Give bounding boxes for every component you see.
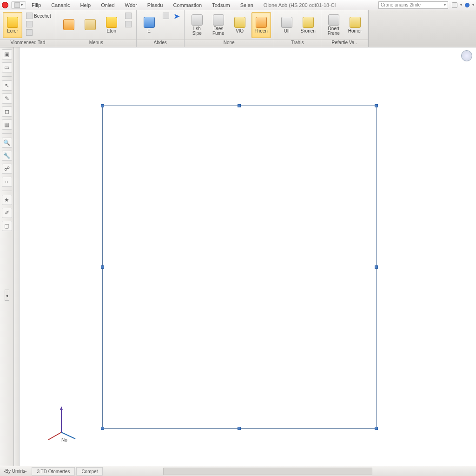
wrench-icon[interactable]: 🔧 — [2, 151, 12, 161]
chevron-down-icon[interactable]: ▾ — [21, 3, 23, 7]
ribbon-panel-title: Abdes — [137, 40, 184, 47]
menu-item-2[interactable]: Help — [76, 1, 96, 9]
menu-item-4[interactable]: Wdor — [120, 1, 142, 9]
resize-handle-w[interactable] — [101, 265, 104, 269]
resize-handle-nw[interactable] — [101, 104, 104, 107]
ribbon-button-label: Eton — [106, 29, 116, 33]
workspace: ▣▭↖✎◻▦🔍🔧☍↔★✐▢◂ No — [0, 47, 476, 466]
chart-icon[interactable]: ▣ — [2, 49, 12, 60]
app-icon[interactable] — [2, 2, 8, 8]
ribbon-button-icon — [234, 17, 245, 28]
ribbon-button-5-0[interactable]: DnertFrene — [324, 12, 344, 38]
ribbon-button-icon — [303, 17, 314, 28]
search-placeholder: Crane anains 2lmle — [381, 2, 421, 7]
ribbon-button-1-0[interactable] — [59, 12, 79, 38]
ribbon-button-label: VlO — [236, 29, 244, 33]
chevron-down-icon[interactable]: ▾ — [472, 3, 474, 7]
measure-icon[interactable]: ↔ — [2, 177, 12, 187]
search-icon[interactable]: 🔍 — [2, 138, 12, 148]
ribbon-small-button-0-0[interactable]: Beechet — [24, 12, 53, 20]
resize-handle-se[interactable] — [375, 427, 378, 430]
resize-handle-s[interactable] — [238, 427, 241, 430]
chevron-down-icon[interactable]: ▾ — [460, 3, 462, 7]
svg-line-1 — [48, 432, 61, 440]
status-tab-1[interactable]: Compet — [76, 467, 103, 476]
quick-access-toolbar[interactable]: ▾ — [11, 1, 26, 9]
menu-bar: ▾ Filip Cananic Help Onled Wdor Plasdu C… — [0, 0, 476, 10]
menu-item-0[interactable]: Filip — [27, 1, 46, 9]
ribbon-button-4-0[interactable]: Ull — [277, 12, 297, 38]
ribbon-button-5-1[interactable]: Homer — [345, 12, 365, 38]
box-icon[interactable]: ◻ — [2, 106, 12, 117]
options-icon[interactable] — [452, 2, 457, 8]
qat-save-icon[interactable] — [14, 2, 20, 8]
highlight-icon[interactable]: ★ — [2, 195, 12, 205]
small-button-icon — [125, 21, 132, 27]
resize-handle-e[interactable] — [375, 265, 378, 269]
axis-triad[interactable]: No — [43, 403, 80, 441]
search-input[interactable]: Crane anains 2lmle ▾ — [378, 1, 448, 9]
ribbon-button-icon — [256, 17, 267, 28]
ribbon-button-1-2[interactable]: Eton — [102, 12, 121, 38]
menu-item-1[interactable]: Cananic — [46, 1, 74, 9]
small-button-icon — [26, 13, 33, 19]
ribbon-button-label: DnertFrene — [328, 26, 340, 36]
ribbon-panel-2: E➤Abdes — [137, 10, 185, 47]
add-box-icon[interactable]: ▦ — [2, 119, 12, 130]
ribbon-button-icon — [85, 19, 96, 30]
collapse-handle[interactable]: ◂ — [5, 290, 9, 301]
eyedropper-icon[interactable]: ✐ — [2, 208, 12, 218]
ribbon-button-label: Ull — [284, 29, 290, 33]
folder-icon[interactable]: ▭ — [2, 62, 12, 73]
resize-handle-sw[interactable] — [101, 427, 104, 430]
blank-icon[interactable]: ▢ — [2, 221, 12, 231]
arrow-icon[interactable]: ➤ — [173, 12, 181, 20]
menu-item-7[interactable]: Todsum — [207, 1, 235, 9]
ribbon-button-4-1[interactable]: Sronen — [298, 12, 318, 38]
status-bar: -By Umiris- 3 TD Otomertes Compet — [0, 466, 476, 476]
ribbon-button-3-3[interactable]: Fheen — [251, 12, 271, 38]
link-icon[interactable]: ☍ — [2, 164, 12, 174]
ribbon-small-button-1-1[interactable] — [123, 20, 133, 28]
toolbar-separator — [2, 76, 12, 77]
chevron-down-icon[interactable]: ▾ — [444, 3, 446, 7]
ribbon-button-3-2[interactable]: VlO — [230, 12, 250, 38]
canvas[interactable]: No — [20, 47, 476, 466]
pointer-icon[interactable]: ↖ — [2, 80, 12, 91]
ribbon-button-icon — [7, 17, 18, 28]
ribbon-panel-5: DnertFreneHomerPefartie Va.. — [321, 10, 368, 47]
ribbon-panel-4: UllSronenTrahis — [274, 10, 321, 47]
ribbon-button-icon — [350, 17, 361, 28]
ribbon-panel-1: EtonMenus — [56, 10, 137, 47]
ribbon-button-1-1[interactable] — [80, 12, 100, 38]
menu-item-8[interactable]: Selen — [236, 1, 258, 9]
ribbon-button-2-0[interactable]: E — [139, 12, 159, 38]
ribbon-button-0-0[interactable]: Ecrer — [3, 12, 22, 38]
ribbon-button-icon — [63, 19, 74, 30]
view-compass-icon[interactable] — [461, 50, 472, 61]
ribbon-small-button-2-0[interactable] — [161, 12, 171, 20]
ribbon-button-icon — [328, 14, 339, 26]
status-tab-0[interactable]: 3 TD Otomertes — [32, 467, 75, 476]
menu-item-3[interactable]: Onled — [96, 1, 119, 9]
brush-icon[interactable]: ✎ — [2, 93, 12, 104]
ribbon-small-button-0-1[interactable] — [24, 20, 53, 28]
ribbon-small-button-0-2[interactable] — [24, 29, 53, 36]
ribbon-button-label: Ecrer — [7, 29, 18, 33]
ribbon-button-3-0[interactable]: LshSipe — [187, 12, 207, 38]
resize-handle-ne[interactable] — [375, 104, 378, 107]
progress-track[interactable] — [163, 468, 372, 475]
small-button-icon — [26, 21, 33, 27]
ribbon-button-label: Homer — [348, 29, 362, 33]
ribbon-button-label: LshSipe — [192, 26, 202, 36]
ribbon-button-icon — [106, 17, 117, 28]
ribbon-button-3-1[interactable]: DresFume — [209, 12, 228, 38]
resize-handle-n[interactable] — [238, 104, 241, 107]
left-toolbar: ▣▭↖✎◻▦🔍🔧☍↔★✐▢◂ — [0, 47, 14, 466]
menu-item-5[interactable]: Plasdu — [143, 1, 168, 9]
ribbon-small-button-1-0[interactable] — [123, 12, 133, 20]
status-dot-icon[interactable] — [465, 3, 469, 7]
panel-gutter — [14, 47, 20, 466]
menu-item-6[interactable]: Commastion — [168, 1, 206, 9]
selection-rectangle[interactable] — [102, 106, 377, 429]
